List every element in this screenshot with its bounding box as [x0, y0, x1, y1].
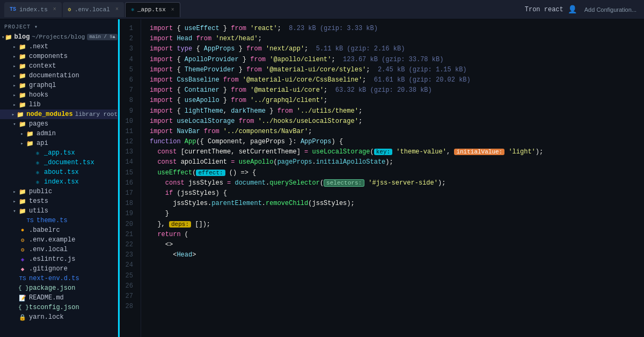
file-icon: 🔒 — [18, 314, 27, 321]
code-line-28: <> — [150, 240, 644, 250]
code-line-11: import { lightTheme, darkTheme } from '.… — [150, 106, 644, 116]
file-label: _document.tsx — [44, 159, 94, 166]
code-line-24: } — [150, 209, 644, 219]
code-line-1: import { useEffect } from 'react'; 8.23 … — [150, 24, 644, 34]
code-line-18: const apolloClient = useApollo(pageProps… — [150, 157, 644, 167]
tree-api[interactable]: ▸ 📁 api — [0, 138, 118, 148]
sidebar-header: Project ▾ — [0, 21, 118, 32]
folder-label: lib — [29, 101, 41, 108]
main-layout: Project ▾ ▾ 📁 blog ~/Projects/blog main … — [0, 19, 644, 337]
code-line-5: import { ApolloProvider } from '@apollo/… — [150, 55, 644, 65]
file-icon: ⚛ — [33, 159, 42, 166]
file-label: theme.ts — [36, 217, 68, 224]
tab-label: .env.local — [75, 6, 110, 13]
tree-lib[interactable]: ▸ 📁 lib — [0, 100, 118, 109]
tree-babelrc[interactable]: ● .babelrc — [0, 225, 118, 235]
folder-label: documentation — [29, 72, 79, 79]
folder-icon: 📁 — [18, 82, 27, 89]
tree-graphql[interactable]: ▸ 📁 graphql — [0, 80, 118, 90]
folder-icon: 📁 — [18, 43, 27, 50]
tab-close-icon[interactable]: × — [115, 6, 119, 12]
tree-tests[interactable]: ▸ 📁 tests — [0, 196, 118, 206]
tree-app-tsx[interactable]: ⚛ _app.tsx — [0, 148, 118, 158]
arrow-icon: ▸ — [11, 189, 18, 195]
file-label: .babelrc — [29, 226, 60, 234]
tree-gitignore[interactable]: ◆ .gitignore — [0, 264, 118, 274]
arrow-icon: ▾ — [11, 208, 18, 214]
env-icon: ⚙ — [68, 6, 71, 13]
tree-env-local[interactable]: ⚙ .env.local — [0, 245, 118, 254]
tree-eslintrc[interactable]: ◈ .eslintrc.js — [0, 254, 118, 264]
ts-icon: TS — [10, 6, 16, 12]
code-line-6: import { ThemeProvider } from '@material… — [150, 65, 644, 75]
tree-hooks[interactable]: ▸ 📁 hooks — [0, 90, 118, 100]
file-label: yarn.lock — [29, 313, 64, 321]
tree-pages[interactable]: ▾ 📁 pages — [0, 119, 118, 129]
tree-context[interactable]: ▸ 📁 context — [0, 61, 118, 71]
folder-label: tests — [29, 197, 48, 205]
tab-app-tsx[interactable]: ⚛ _app.tsx × — [125, 2, 180, 17]
folder-label: context — [29, 62, 56, 70]
folder-icon: 📁 — [18, 188, 27, 195]
folder-icon: 📁 — [18, 92, 27, 99]
arrow-icon: ▸ — [18, 141, 26, 146]
file-label: .env.local — [29, 246, 68, 253]
root-label: blog — [14, 33, 30, 41]
tree-about-tsx[interactable]: ⚛ about.tsx — [0, 167, 118, 177]
tree-next[interactable]: ▸ 📁 .next — [0, 42, 118, 52]
code-line-8: import { Container } from '@material-ui/… — [150, 85, 644, 96]
code-editor: 12345 678910 1112131415 1617181920 21222… — [118, 19, 644, 337]
file-icon: ◆ — [18, 266, 27, 273]
line-numbers: 12345 678910 1112131415 1617181920 21222… — [120, 19, 141, 337]
file-icon: ⚙ — [18, 237, 27, 244]
code-line-20: useEffect(effect: () => { — [150, 168, 644, 178]
folder-icon: 📁 — [5, 34, 12, 41]
tree-theme-ts[interactable]: TS theme.ts — [0, 216, 118, 225]
arrow-icon: ▸ — [11, 54, 18, 60]
file-icon: ⚙ — [18, 246, 27, 253]
code-line-4: import type { AppProps } from 'next/app'… — [150, 44, 644, 54]
folder-label: components — [29, 53, 68, 60]
tab-env-local[interactable]: ⚙ .env.local × — [63, 2, 124, 17]
tree-env-example[interactable]: ⚙ .env.example — [0, 235, 118, 245]
tree-documentation[interactable]: ▸ 📁 documentation — [0, 71, 118, 80]
tab-label: _app.tsx — [137, 6, 166, 13]
folder-label: hooks — [29, 91, 48, 99]
arrow-icon: ▸ — [11, 63, 18, 69]
tree-admin[interactable]: ▸ 📁 admin — [0, 129, 118, 138]
tab-close-icon[interactable]: × — [171, 7, 174, 13]
tree-readme[interactable]: 📝 README.md — [0, 293, 118, 303]
folder-icon: 📁 — [18, 208, 27, 215]
code-content: import { useEffect } from 'react'; 8.23 … — [141, 19, 644, 337]
tree-utils[interactable]: ▾ 📁 utils — [0, 206, 118, 216]
tree-next-env[interactable]: TS next-env.d.ts — [0, 274, 118, 283]
tree-document-tsx[interactable]: ⚛ _document.tsx — [0, 158, 118, 167]
file-label: about.tsx — [44, 169, 79, 176]
tree-components[interactable]: ▸ 📁 components — [0, 52, 118, 61]
add-configuration-button[interactable]: Add Configuration... — [581, 5, 640, 14]
file-icon: TS — [26, 217, 34, 224]
title-bar-right: Tron react 👤 Add Configuration... — [525, 5, 640, 14]
tab-close-icon[interactable]: × — [53, 6, 56, 12]
file-label: .eslintrc.js — [29, 255, 75, 263]
tab-index-ts[interactable]: TS index.ts × — [4, 2, 62, 17]
arrow-icon: ▸ — [11, 92, 18, 98]
tree-index-tsx[interactable]: ⚛ index.tsx — [0, 177, 118, 187]
file-label: index.tsx — [44, 178, 79, 186]
folder-icon: 📁 — [18, 72, 27, 79]
tree-package-json[interactable]: { } package.json — [0, 283, 118, 293]
tree-root[interactable]: ▾ 📁 blog ~/Projects/blog main / 9▲ — [0, 32, 118, 42]
branch-badge: main / 9▲ — [87, 34, 118, 40]
folder-icon: 📁 — [18, 101, 27, 108]
file-icon: ◈ — [18, 256, 27, 263]
folder-icon: 📁 — [26, 140, 34, 147]
tree-public[interactable]: ▸ 📁 public — [0, 187, 118, 196]
code-line-27: return ( — [150, 230, 644, 240]
tree-yarn-lock[interactable]: 🔒 yarn.lock — [0, 312, 118, 322]
tree-node-modules[interactable]: ▸ 📁 node_modules library root — [0, 109, 118, 119]
file-label: README.md — [29, 294, 64, 302]
arrow-icon: ▸ — [11, 44, 18, 50]
file-label: .env.example — [29, 236, 75, 244]
tree-tsconfig[interactable]: { } tsconfig.json — [0, 303, 118, 312]
file-icon: ● — [18, 227, 27, 233]
